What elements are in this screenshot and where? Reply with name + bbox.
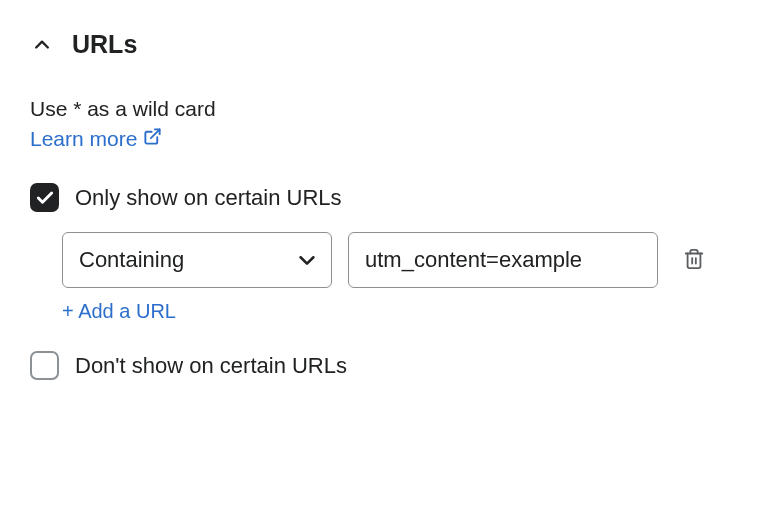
helper-text: Use * as a wild card bbox=[30, 97, 748, 121]
url-rule-row: Containing bbox=[62, 232, 748, 288]
learn-more-label: Learn more bbox=[30, 127, 137, 151]
dont-show-on-urls-label: Don't show on certain URLs bbox=[75, 353, 347, 379]
condition-select-value: Containing bbox=[79, 247, 184, 273]
trash-icon bbox=[683, 248, 705, 273]
learn-more-link[interactable]: Learn more bbox=[30, 127, 162, 151]
external-link-icon bbox=[143, 127, 162, 151]
chevron-up-icon bbox=[30, 33, 54, 57]
delete-rule-button[interactable] bbox=[682, 248, 706, 272]
show-on-urls-label: Only show on certain URLs bbox=[75, 185, 342, 211]
dont-show-on-urls-row: Don't show on certain URLs bbox=[30, 351, 748, 380]
svg-line-0 bbox=[151, 129, 160, 138]
url-value-input[interactable] bbox=[348, 232, 658, 288]
section-title: URLs bbox=[72, 30, 137, 59]
show-on-urls-row: Only show on certain URLs bbox=[30, 183, 748, 212]
condition-select-wrapper: Containing bbox=[62, 232, 332, 288]
dont-show-on-urls-checkbox[interactable] bbox=[30, 351, 59, 380]
section-header[interactable]: URLs bbox=[30, 30, 748, 59]
show-on-urls-checkbox[interactable] bbox=[30, 183, 59, 212]
condition-select[interactable]: Containing bbox=[62, 232, 332, 288]
add-url-link[interactable]: + Add a URL bbox=[62, 300, 176, 323]
